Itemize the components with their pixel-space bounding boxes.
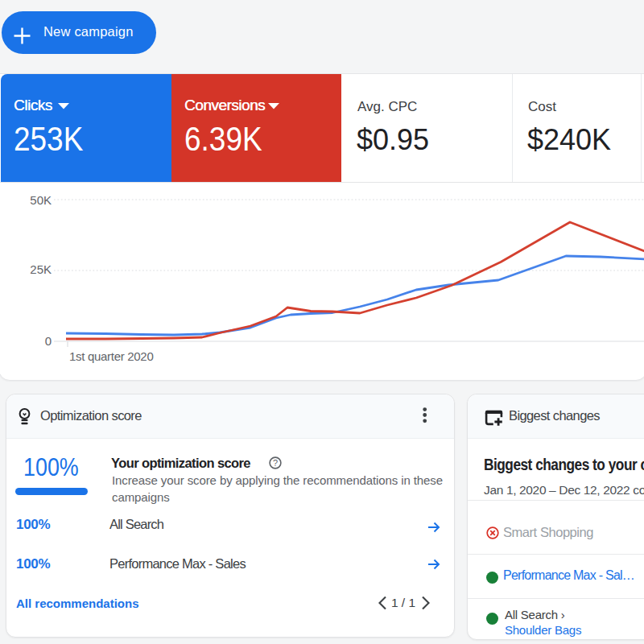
- svg-text:25K: 25K: [30, 262, 52, 276]
- svg-text:1st quarter 2020: 1st quarter 2020: [69, 349, 153, 363]
- svg-text:50K: 50K: [30, 193, 52, 207]
- svg-text:1 / 1: 1 / 1: [391, 596, 415, 609]
- svg-text:0: 0: [45, 334, 52, 348]
- svg-text:?: ?: [273, 458, 278, 468]
